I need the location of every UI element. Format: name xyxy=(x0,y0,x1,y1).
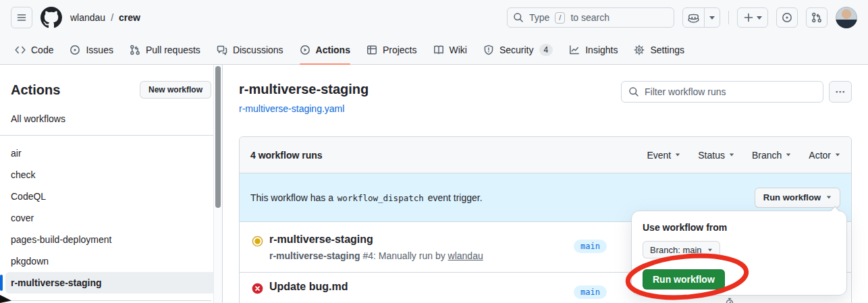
search-icon xyxy=(628,86,639,97)
actor-filter-dropdown[interactable]: Actor xyxy=(809,150,840,161)
tab-label: Pull requests xyxy=(146,45,200,55)
breadcrumb-repo[interactable]: crew xyxy=(119,12,140,23)
kebab-icon: ⋯ xyxy=(835,86,846,98)
tab-security[interactable]: Security 4 xyxy=(477,35,560,64)
run-workflow-dropdown-button[interactable]: Run workflow xyxy=(755,188,840,208)
branch-select-label: Branch: main xyxy=(650,245,702,255)
tab-actions[interactable]: Actions xyxy=(293,35,357,64)
event-filter-dropdown[interactable]: Event xyxy=(647,150,680,161)
code-icon xyxy=(15,45,26,55)
branch-badge[interactable]: main xyxy=(574,240,607,253)
tab-discussions[interactable]: Discussions xyxy=(210,35,290,64)
run-title[interactable]: r-multiverse-staging xyxy=(269,233,574,246)
search-placeholder-suffix: to search xyxy=(570,12,609,23)
shield-icon xyxy=(483,45,494,55)
filter-placeholder: Filter workflow runs xyxy=(645,86,726,97)
workflow-options-button[interactable]: ⋯ xyxy=(829,81,852,103)
breadcrumb-owner[interactable]: wlandau xyxy=(70,12,105,23)
tab-projects[interactable]: Projects xyxy=(360,35,424,64)
workflow-item-codeql[interactable]: CodeQL xyxy=(5,186,217,207)
filter-workflow-runs-input[interactable]: Filter workflow runs xyxy=(621,81,823,103)
run-workflow-dropdown-label: Run workflow xyxy=(763,192,821,202)
tab-label: Insights xyxy=(585,45,618,55)
tab-insights[interactable]: Insights xyxy=(562,35,624,64)
create-new-button[interactable] xyxy=(737,7,768,28)
tab-code[interactable]: Code xyxy=(8,35,60,64)
all-workflows-link[interactable]: All workflows xyxy=(11,113,211,124)
app-header: wlandau / crew Type / to search xyxy=(0,0,868,35)
breadcrumb-separator: / xyxy=(111,12,113,23)
stopwatch-icon xyxy=(725,298,734,303)
global-search-input[interactable]: Type / to search xyxy=(507,7,674,28)
user-avatar[interactable] xyxy=(836,7,857,28)
tab-label: Settings xyxy=(650,45,684,55)
hamburger-icon xyxy=(16,12,27,23)
workflow-list: air check CodeQL cover pages-build-deplo… xyxy=(11,142,211,294)
run-workflow-confirm-button[interactable]: Run workflow xyxy=(643,269,725,290)
chevron-down-icon xyxy=(836,154,840,157)
sidebar-scrollbar-thumb[interactable] xyxy=(215,66,221,208)
sidebar-title: Actions xyxy=(11,82,60,98)
run-actor-link[interactable]: wlandau xyxy=(448,250,483,261)
plus-icon xyxy=(743,12,754,23)
github-logo-icon[interactable] xyxy=(40,7,62,28)
gear-icon xyxy=(634,45,645,55)
tab-label: Wiki xyxy=(450,45,467,55)
queued-status-icon xyxy=(252,236,263,261)
dropdown-caret xyxy=(830,206,840,211)
workflow-yaml-link[interactable]: r-multiverse-staging.yaml xyxy=(239,103,344,114)
run-description-text: #4: Manually run by xyxy=(362,250,445,261)
new-workflow-button[interactable]: New workflow xyxy=(140,81,211,99)
status-filter-dropdown[interactable]: Status xyxy=(698,150,734,161)
workflow-item-cover[interactable]: cover xyxy=(5,207,217,229)
copilot-dropdown-button[interactable] xyxy=(705,8,720,27)
sidebar-scrollbar-track[interactable] xyxy=(213,65,222,303)
breadcrumb: wlandau / crew xyxy=(70,12,140,23)
branch-badge[interactable]: main xyxy=(574,285,607,299)
banner-text: This workflow has a workflow_dispatch ev… xyxy=(250,192,483,203)
pull-requests-dashboard-button[interactable] xyxy=(806,7,828,28)
repo-nav: Code Issues Pull requests Discussions Ac… xyxy=(0,35,868,65)
tab-label: Issues xyxy=(86,45,113,55)
workflow-item-pkgdown[interactable]: pkgdown xyxy=(5,250,217,272)
header-divider xyxy=(728,11,729,24)
dropdown-heading: Use workflow from xyxy=(643,222,836,233)
workflow-item-air[interactable]: air xyxy=(5,142,217,164)
branch-select-button[interactable]: Branch: main xyxy=(643,241,720,258)
issues-dashboard-button[interactable] xyxy=(776,7,798,28)
tab-label: Projects xyxy=(383,45,417,55)
hamburger-menu-button[interactable] xyxy=(11,7,32,28)
page-title: r-multiverse-staging xyxy=(239,81,369,98)
banner-text-prefix: This workflow has a xyxy=(250,192,333,203)
chevron-down-icon xyxy=(708,248,712,251)
run-title[interactable]: Update bug.md xyxy=(269,281,574,293)
runs-count: 4 workflow runs xyxy=(250,150,323,161)
banner-text-suffix: event trigger. xyxy=(428,192,483,203)
git-pull-request-icon xyxy=(130,45,140,55)
security-count-badge: 4 xyxy=(539,44,553,56)
copilot-button[interactable] xyxy=(683,8,705,27)
workflow-item-pages-build-deployment[interactable]: pages-build-deployment xyxy=(5,229,217,250)
filter-label: Status xyxy=(698,150,725,161)
comment-discussion-icon xyxy=(217,45,227,55)
chevron-down-icon xyxy=(786,154,790,157)
filter-label: Branch xyxy=(752,150,782,161)
run-duration-fragment xyxy=(725,298,734,303)
issue-opened-icon xyxy=(70,45,80,55)
git-pull-request-icon xyxy=(811,12,822,23)
issue-opened-icon xyxy=(782,12,792,23)
tab-issues[interactable]: Issues xyxy=(63,35,119,64)
tab-wiki[interactable]: Wiki xyxy=(427,35,474,64)
branch-filter-dropdown[interactable]: Branch xyxy=(752,150,791,161)
copilot-icon xyxy=(688,12,699,24)
book-icon xyxy=(433,45,444,55)
tab-pull-requests[interactable]: Pull requests xyxy=(123,35,207,64)
chevron-down-icon xyxy=(676,154,680,157)
workflow-item-r-multiverse-staging[interactable]: r-multiverse-staging xyxy=(5,272,217,294)
tab-settings[interactable]: Settings xyxy=(627,35,691,64)
filter-label: Event xyxy=(647,150,671,161)
run-workflow-dropdown-panel: Use workflow from Branch: main Run workf… xyxy=(631,211,847,296)
filter-label: Actor xyxy=(809,150,831,161)
workflow-item-check[interactable]: check xyxy=(5,164,217,186)
slash-key-hint: / xyxy=(555,12,565,24)
